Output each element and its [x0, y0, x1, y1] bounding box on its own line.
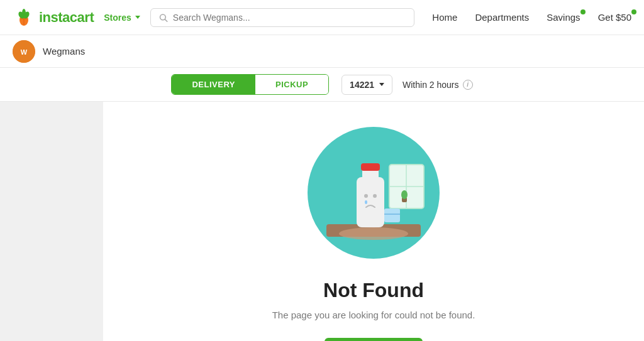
nav-home[interactable]: Home [432, 12, 457, 23]
svg-rect-18 [357, 177, 384, 227]
zip-value: 14221 [350, 80, 374, 90]
store-avatar: W [13, 40, 35, 63]
pickup-button[interactable]: PICKUP [255, 75, 328, 94]
not-found-subtitle: The page you are looking for could not b… [272, 310, 475, 320]
stores-label: Stores [104, 13, 131, 23]
not-found-illustration [308, 127, 440, 259]
within-hours-text: Within 2 hours [402, 80, 458, 90]
within-hours: Within 2 hours i [402, 80, 472, 90]
sidebar [0, 102, 103, 341]
delivery-button[interactable]: DELIVERY [172, 75, 255, 94]
savings-dot [580, 9, 586, 14]
not-found-title: Not Found [323, 279, 424, 302]
search-bar [150, 8, 414, 27]
zip-chevron-icon [379, 83, 384, 86]
delivery-strip: DELIVERY PICKUP 14221 Within 2 hours i [0, 68, 644, 102]
search-icon [158, 13, 168, 23]
nav-savings[interactable]: Savings [547, 12, 580, 23]
svg-point-21 [364, 194, 368, 198]
delivery-pickup-toggle: DELIVERY PICKUP [171, 74, 329, 95]
stores-button[interactable]: Stores [104, 13, 140, 23]
svg-point-22 [373, 194, 377, 198]
svg-rect-24 [384, 208, 400, 222]
store-row: W Wegmans [0, 35, 644, 68]
nav-get50[interactable]: Get $50 [598, 12, 631, 23]
svg-line-8 [165, 19, 167, 21]
svg-point-23 [365, 200, 367, 204]
wegmans-avatar-icon: W [13, 40, 35, 63]
svg-rect-20 [361, 163, 380, 171]
main-layout: Not Found The page you are looking for c… [0, 102, 644, 341]
zip-selector[interactable]: 14221 [341, 75, 392, 95]
svg-text:W: W [21, 48, 28, 56]
get50-dot [631, 9, 636, 14]
instacart-logo-icon [13, 6, 35, 29]
nav-right: Home Departments Savings Get $50 [432, 12, 631, 23]
return-home-button[interactable]: Return home [325, 338, 423, 341]
svg-point-17 [401, 190, 408, 199]
info-icon[interactable]: i [463, 80, 473, 90]
svg-point-12 [339, 227, 408, 240]
search-input[interactable] [173, 13, 406, 23]
error-content: Not Found The page you are looking for c… [103, 102, 644, 341]
nav-departments[interactable]: Departments [475, 12, 529, 23]
stores-chevron-icon [135, 16, 140, 19]
not-found-svg [308, 127, 440, 259]
store-name: Wegmans [43, 46, 85, 57]
logo-text: instacart [39, 9, 94, 26]
logo[interactable]: instacart [13, 6, 94, 29]
top-nav: instacart Stores Home Departments Saving… [0, 0, 644, 35]
svg-rect-25 [384, 214, 400, 215]
